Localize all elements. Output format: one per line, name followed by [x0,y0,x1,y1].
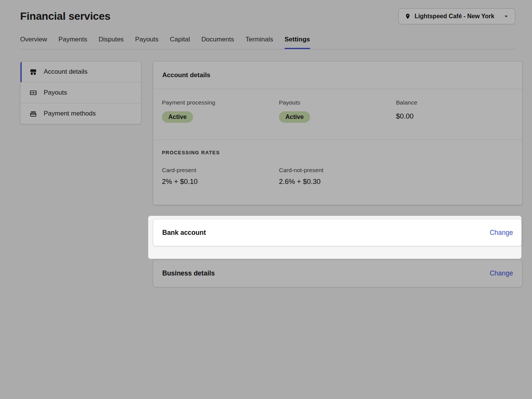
cash-icon [30,89,37,97]
status-label: Payouts [279,99,396,106]
store-icon [30,68,37,76]
rate-value: 2% + $0.10 [162,177,279,186]
tab-terminals[interactable]: Terminals [245,36,273,49]
location-selector-label: Lightspeed Café - New York [415,13,494,20]
payment-processing-status: Payment processing Active [162,99,279,123]
business-details-card: Business details Change [153,260,522,287]
sidebar-item-label: Payouts [44,89,67,97]
processing-rates-section: PROCESSING RATES Card-present 2% + $0.10… [153,140,522,205]
tab-settings[interactable]: Settings [285,36,310,49]
business-details-change-link[interactable]: Change [490,269,513,277]
bank-account-change-link[interactable]: Change [490,229,513,237]
tab-capital[interactable]: Capital [170,36,190,49]
bank-account-card: Bank account Change [153,219,522,246]
processing-rates-heading: PROCESSING RATES [162,150,513,155]
chevron-down-icon [504,14,509,19]
location-selector[interactable]: Lightspeed Café - New York [398,8,515,24]
settings-content: Account details Payouts Payment method [0,49,532,287]
sidebar-item-account-details[interactable]: Account details [21,62,141,82]
rate-value: 2.6% + $0.30 [279,177,396,186]
balance-status: Balance $0.00 [396,99,513,123]
tab-payments[interactable]: Payments [59,36,87,49]
sidebar-item-payouts[interactable]: Payouts [21,82,141,103]
balance-value: $0.00 [396,112,513,120]
business-details-title: Business details [162,269,215,277]
tab-disputes[interactable]: Disputes [98,36,124,49]
rates-row: Card-present 2% + $0.10 Card-not-present… [162,167,513,186]
tab-overview[interactable]: Overview [20,36,47,49]
tab-documents[interactable]: Documents [201,36,234,49]
card-not-present-rate: Card-not-present 2.6% + $0.30 [279,167,396,186]
sidebar-item-payment-methods[interactable]: Payment methods [21,103,141,124]
account-details-card: Account details Payment processing Activ… [153,61,522,205]
sidebar-item-label: Account details [44,68,87,76]
sidebar-item-label: Payment methods [44,110,96,117]
rate-label: Card-present [162,167,279,174]
status-row: Payment processing Active Payouts Active… [153,89,522,139]
status-badge: Active [279,111,310,123]
bank-account-title: Bank account [162,229,206,237]
status-badge: Active [162,111,193,123]
location-pin-icon [405,13,411,19]
status-label: Payment processing [162,99,279,106]
card-present-rate: Card-present 2% + $0.10 [162,167,279,186]
tab-payouts[interactable]: Payouts [135,36,158,49]
page-title: Financial services [20,10,111,22]
account-details-title: Account details [153,62,522,89]
card-icon [30,110,37,117]
status-label: Balance [396,99,513,106]
rate-label: Card-not-present [279,167,396,174]
main-panel: Account details Payment processing Activ… [153,61,522,287]
tab-bar: Overview Payments Disputes Payouts Capit… [20,24,515,49]
page-header: Financial services Lightspeed Café - New… [0,0,532,24]
payouts-status: Payouts Active [279,99,396,123]
settings-sidebar: Account details Payouts Payment method [20,61,141,124]
